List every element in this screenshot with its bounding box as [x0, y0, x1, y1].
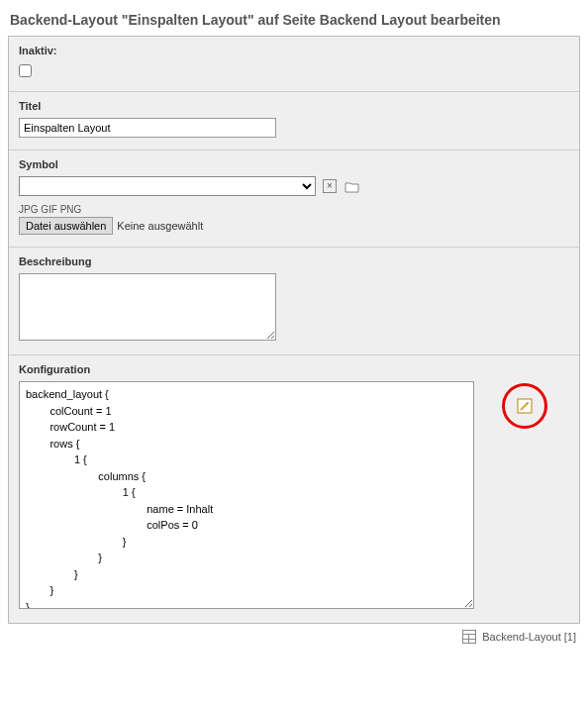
wizard-edit-icon	[517, 398, 533, 414]
config-label: Konfiguration	[19, 363, 569, 375]
x-icon: ×	[323, 179, 337, 193]
footer-label: Backend-Layout	[482, 631, 561, 643]
highlight-circle	[502, 383, 547, 429]
symbol-label: Symbol	[19, 158, 569, 170]
description-label: Beschreibung	[19, 255, 569, 267]
form-panel: Inaktiv: Titel Symbol × JPG GIF PNG	[8, 36, 580, 624]
section-description: Beschreibung	[9, 248, 579, 355]
clear-symbol-button[interactable]: ×	[322, 178, 338, 194]
backend-layout-icon	[462, 630, 476, 644]
section-title: Titel	[9, 92, 579, 151]
page-title: Backend-Layout "Einspalten Layout" auf S…	[8, 8, 580, 36]
description-textarea[interactable]	[19, 273, 276, 341]
symbol-select[interactable]	[19, 176, 316, 196]
inactive-checkbox[interactable]	[19, 64, 32, 77]
browse-folder-button[interactable]	[343, 178, 359, 194]
title-input[interactable]	[19, 118, 276, 138]
section-config: Konfiguration backend_layout { colCount …	[9, 355, 579, 623]
footer: Backend-Layout [1]	[8, 624, 580, 646]
layout-wizard-button[interactable]	[517, 398, 533, 414]
title-label: Titel	[19, 100, 569, 112]
file-status: Keine ausgewählt	[117, 220, 203, 232]
footer-count: [1]	[564, 631, 576, 643]
section-inactive: Inaktiv:	[9, 37, 579, 92]
inactive-label: Inaktiv:	[19, 45, 569, 56]
allowed-extensions: JPG GIF PNG	[19, 204, 569, 215]
section-symbol: Symbol × JPG GIF PNG Datei auswählen Kei…	[9, 151, 579, 248]
config-textarea[interactable]: backend_layout { colCount = 1 rowCount =…	[19, 381, 474, 609]
folder-icon	[344, 180, 359, 193]
choose-file-button[interactable]: Datei auswählen	[19, 217, 113, 235]
